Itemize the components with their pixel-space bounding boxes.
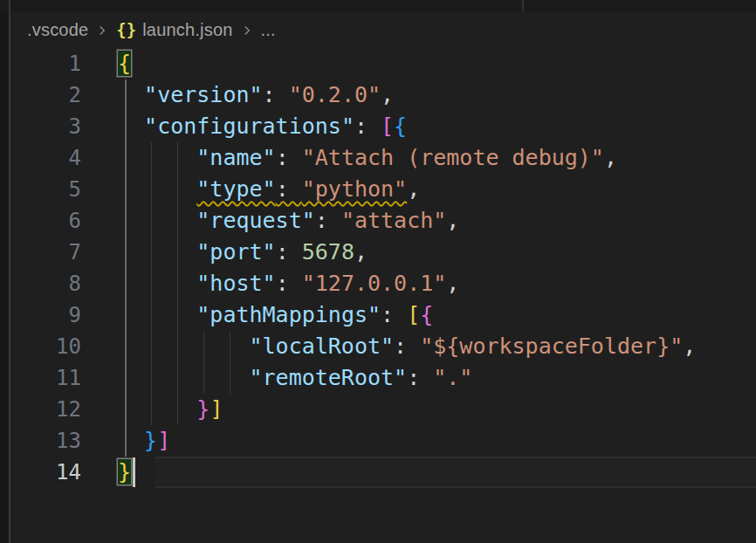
code-token: : bbox=[394, 333, 420, 359]
editor-pane: .vscode {} launch.json ... 1{2 "version"… bbox=[10, 11, 756, 543]
line-text: } bbox=[118, 459, 131, 485]
code-token: : bbox=[407, 365, 433, 390]
line-number[interactable]: 8 bbox=[10, 268, 81, 299]
code-token: { bbox=[420, 302, 433, 327]
vscode-editor-window: .vscode {} launch.json ... 1{2 "version"… bbox=[0, 0, 756, 543]
text-cursor bbox=[133, 457, 135, 487]
code-line-content[interactable]: "host": "127.0.0.1", bbox=[81, 268, 756, 299]
breadcrumb-file[interactable]: launch.json bbox=[142, 20, 232, 40]
line-number[interactable]: 5 bbox=[10, 174, 81, 205]
code-line[interactable]: 13 }] bbox=[10, 425, 756, 457]
code-token: "localRoot" bbox=[250, 333, 395, 359]
tab-bar bbox=[0, 0, 756, 11]
code-token: , bbox=[683, 333, 696, 359]
code-line[interactable]: 8 "host": "127.0.0.1", bbox=[10, 268, 756, 299]
code-token: } bbox=[196, 396, 210, 422]
code-line[interactable]: 5 "type": "python", bbox=[10, 174, 756, 205]
code-line-content[interactable]: "remoteRoot": "." bbox=[81, 362, 756, 394]
line-number[interactable]: 1 bbox=[10, 48, 81, 79]
line-text: "pathMappings": [{ bbox=[118, 302, 433, 327]
line-number[interactable]: 14 bbox=[10, 457, 81, 488]
breadcrumb-symbol[interactable]: ... bbox=[261, 20, 276, 40]
code-token: "0.2.0" bbox=[289, 82, 381, 107]
chevron-right-icon bbox=[94, 23, 110, 38]
line-number[interactable]: 9 bbox=[10, 299, 81, 331]
line-number[interactable]: 12 bbox=[10, 394, 81, 425]
code-line-content[interactable]: "name": "Attach (remote debug)", bbox=[81, 142, 756, 174]
code-token: , bbox=[446, 271, 459, 296]
line-text: "type": "python", bbox=[118, 176, 420, 202]
line-text: "name": "Attach (remote debug)", bbox=[118, 145, 617, 170]
line-text: "port": 5678, bbox=[118, 239, 368, 265]
code-token: "python" bbox=[302, 176, 407, 202]
code-token: , bbox=[407, 176, 420, 202]
code-token: , bbox=[604, 145, 617, 170]
code-line[interactable]: 4 "name": "Attach (remote debug)", bbox=[10, 142, 756, 174]
code-token: : bbox=[276, 176, 302, 202]
code-token: ] bbox=[157, 428, 170, 453]
line-text: { bbox=[118, 51, 131, 76]
code-line-content[interactable]: { bbox=[81, 48, 756, 79]
code-token: ] bbox=[210, 396, 223, 422]
code-line-content[interactable]: "type": "python", bbox=[81, 174, 756, 205]
code-token: "request" bbox=[196, 208, 314, 233]
code-token: : bbox=[276, 145, 302, 170]
code-token: 5678 bbox=[302, 239, 354, 265]
code-token: "pathMappings" bbox=[196, 302, 381, 327]
matched-bracket: } bbox=[118, 459, 131, 485]
line-number[interactable]: 2 bbox=[10, 79, 81, 111]
code-token: "name" bbox=[196, 145, 275, 170]
line-text: "version": "0.2.0", bbox=[118, 82, 394, 107]
chevron-right-icon bbox=[239, 23, 255, 38]
line-number[interactable]: 6 bbox=[10, 205, 81, 237]
code-token: { bbox=[394, 113, 407, 139]
code-line-content[interactable]: "port": 5678, bbox=[81, 237, 756, 268]
line-text: "request": "attach", bbox=[118, 208, 459, 233]
code-token: "version" bbox=[144, 82, 262, 107]
line-number[interactable]: 7 bbox=[10, 237, 81, 268]
code-line[interactable]: 10 "localRoot": "${workspaceFolder}", bbox=[10, 331, 756, 362]
code-line-content[interactable]: }] bbox=[81, 394, 756, 425]
code-line[interactable]: 6 "request": "attach", bbox=[10, 205, 756, 237]
code-line-content[interactable]: "localRoot": "${workspaceFolder}", bbox=[81, 331, 756, 362]
code-line[interactable]: 7 "port": 5678, bbox=[10, 237, 756, 268]
line-number[interactable]: 10 bbox=[10, 331, 81, 362]
code-line[interactable]: 2 "version": "0.2.0", bbox=[10, 79, 756, 111]
code-token: "port" bbox=[196, 239, 275, 265]
code-token: "host" bbox=[196, 271, 275, 296]
code-token: "127.0.0.1" bbox=[302, 271, 447, 296]
line-text: }] bbox=[118, 428, 170, 453]
sidebar-editor-sash[interactable] bbox=[9, 0, 10, 543]
line-number[interactable]: 4 bbox=[10, 142, 81, 174]
matched-bracket: { bbox=[118, 51, 131, 76]
code-token: , bbox=[354, 239, 368, 265]
code-line-content[interactable]: "version": "0.2.0", bbox=[81, 79, 756, 111]
code-token: "${workspaceFolder}" bbox=[420, 333, 683, 359]
code-line[interactable]: 1{ bbox=[10, 48, 756, 79]
breadcrumb-folder[interactable]: .vscode bbox=[27, 20, 88, 40]
code-line-content[interactable]: "pathMappings": [{ bbox=[81, 299, 756, 331]
code-line[interactable]: 3 "configurations": [{ bbox=[10, 111, 756, 142]
code-token: } bbox=[144, 428, 157, 453]
line-number[interactable]: 3 bbox=[10, 111, 81, 142]
line-number[interactable]: 13 bbox=[10, 425, 81, 457]
code-token: "configurations" bbox=[144, 113, 354, 139]
code-line[interactable]: 9 "pathMappings": [{ bbox=[10, 299, 756, 331]
tab-separator bbox=[522, 0, 524, 11]
code-line-content[interactable]: }] bbox=[81, 425, 756, 457]
code-token: : bbox=[381, 302, 407, 327]
line-text: "localRoot": "${workspaceFolder}", bbox=[118, 333, 696, 359]
code-line[interactable]: 14} bbox=[10, 457, 756, 488]
code-token: : bbox=[276, 271, 302, 296]
code-line-content[interactable]: "configurations": [{ bbox=[81, 111, 756, 142]
code-token: : bbox=[276, 239, 302, 265]
line-number[interactable]: 11 bbox=[10, 362, 81, 394]
code-line-content[interactable]: } bbox=[81, 457, 756, 488]
code-token: , bbox=[381, 82, 394, 107]
line-text: }] bbox=[118, 396, 223, 422]
code-line-content[interactable]: "request": "attach", bbox=[81, 205, 756, 237]
code-line[interactable]: 11 "remoteRoot": "." bbox=[10, 362, 756, 394]
code-editor[interactable]: 1{2 "version": "0.2.0",3 "configurations… bbox=[10, 48, 756, 488]
code-line[interactable]: 12 }] bbox=[10, 394, 756, 425]
code-token: [ bbox=[381, 113, 394, 139]
